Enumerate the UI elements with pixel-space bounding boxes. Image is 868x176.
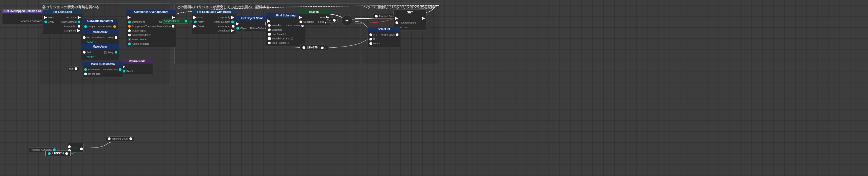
branch-exec-in[interactable] <box>299 16 302 19</box>
coa-component[interactable] <box>128 21 131 23</box>
ma2-self[interactable] <box>83 51 86 54</box>
sel-return[interactable] <box>396 33 399 36</box>
bpl-label: BodyPartsList <box>164 20 179 23</box>
fs-label: Find Substring <box>276 14 296 17</box>
ma1-array[interactable] <box>115 36 117 39</box>
loop-body-pin[interactable] <box>78 16 81 19</box>
sel-a[interactable] <box>369 33 372 36</box>
lb-label: LENGTH <box>52 152 64 155</box>
res-bottom-node[interactable]: Res <box>67 66 79 71</box>
coa-exec-in[interactable] <box>127 16 131 19</box>
gon-object[interactable] <box>237 27 239 30</box>
array-in-pin[interactable] <box>44 21 47 23</box>
fs-use-case[interactable] <box>268 33 271 36</box>
branch-cond[interactable] <box>300 21 302 23</box>
sel-pick[interactable] <box>369 42 372 45</box>
coa-actor-filter[interactable] <box>128 34 131 36</box>
feb-element[interactable] <box>231 21 234 23</box>
feb-index[interactable] <box>232 25 235 28</box>
blueprint-canvas: 各コリジョンの衝突の有無を調べる どの部所のコリジョンが衝突しているのか調べ、記… <box>0 0 868 176</box>
fs-substring[interactable] <box>268 29 271 31</box>
exec-in-pin[interactable] <box>44 16 47 19</box>
get-overlapped-label: Get Overlapped Collision Count <box>4 9 46 12</box>
eq-label: == <box>73 146 78 150</box>
make-array-2-node[interactable]: Make Array Self [0] Array Add pin + <box>81 44 119 60</box>
branch-node[interactable]: Branch True Condition False <box>298 9 331 26</box>
get-overlapped-node[interactable]: Get Overlapped Collision Count Attached … <box>2 9 48 25</box>
tcb-in[interactable] <box>108 137 111 140</box>
add-node[interactable]: + <box>341 15 352 26</box>
res-top-label: Res <box>327 19 331 22</box>
bpl-out[interactable] <box>185 20 187 23</box>
gon-exec-in[interactable] <box>236 22 239 26</box>
set-label: SET <box>407 11 413 14</box>
make-sresult-node[interactable]: Make SResultData Body Parts SResult Data… <box>82 62 123 77</box>
for-each-label: For Each Loop <box>53 10 72 13</box>
make-array-2-label: Make Array <box>93 45 107 48</box>
tc-in[interactable] <box>375 15 378 17</box>
component-overlap-node[interactable]: ComponentOverlapActors Component Out Act… <box>126 9 176 47</box>
length-icon-node[interactable]: D² <box>319 46 329 50</box>
feb-loop-body[interactable] <box>231 16 235 19</box>
select-int-node[interactable]: Select Int A 1 Return Value B 0 Pick A <box>368 27 400 47</box>
gon-label: Get Object Name <box>241 17 264 20</box>
return-node[interactable]: Return Node Result <box>121 59 154 75</box>
make-array-1-node[interactable]: Make Array [0] WorldStatic Array Add pin… <box>81 30 119 45</box>
coa-return[interactable] <box>172 25 175 28</box>
coa-transform[interactable] <box>128 25 131 28</box>
coa-label: ComponentOverlapActors <box>134 10 168 13</box>
res-b-out[interactable] <box>74 67 78 70</box>
get-object-name-node[interactable]: Get Object Name Object Return Value <box>235 16 270 32</box>
branch-label: Branch <box>309 10 319 13</box>
res-top-node[interactable]: Res <box>325 18 338 23</box>
length-bottom-node[interactable]: LENGTH <box>45 150 71 156</box>
feb-completed[interactable] <box>230 29 234 32</box>
lb-out[interactable] <box>65 152 68 155</box>
touched-count-bottom-node[interactable]: Touched Count <box>106 136 134 141</box>
for-each-break-node[interactable]: For Each Loop with Break Exec Loop Body … <box>192 9 236 34</box>
ma2-array[interactable] <box>115 51 117 54</box>
fs-start-pos[interactable] <box>268 42 271 44</box>
gwt-return[interactable] <box>113 25 116 28</box>
tcb-out[interactable] <box>129 137 132 140</box>
return-label: Return Node <box>129 60 145 63</box>
msr-label: Make SResultData <box>91 62 115 65</box>
msr-on-bed[interactable] <box>84 73 87 75</box>
eq-a[interactable] <box>68 145 71 148</box>
tcb-label: Touched Count <box>112 137 128 140</box>
gwt-label: GetWorldTransform <box>87 20 113 23</box>
fs-search-in[interactable] <box>268 24 271 27</box>
coa-obj-types[interactable] <box>128 29 131 32</box>
gwt-target-in[interactable] <box>84 25 87 28</box>
feb-array[interactable] <box>194 21 197 23</box>
array-element-pin[interactable] <box>78 21 80 23</box>
msr-body-parts[interactable] <box>84 68 87 71</box>
lic-in[interactable] <box>321 46 323 49</box>
res-out[interactable] <box>333 19 336 22</box>
ma1-0[interactable] <box>83 36 86 39</box>
set-exec-in[interactable] <box>395 17 398 20</box>
add-label: + <box>345 17 348 24</box>
feb-break[interactable] <box>193 25 197 28</box>
make-array-1-label: Make Array <box>93 30 107 33</box>
feb-exec-in[interactable] <box>193 16 197 19</box>
length-top-in[interactable] <box>303 46 305 49</box>
eq-out[interactable] <box>80 147 83 150</box>
completed-pin[interactable] <box>77 29 80 32</box>
length-top-label: LENGTH <box>307 46 318 49</box>
array-index-pin[interactable] <box>78 25 80 28</box>
lb-in[interactable] <box>48 152 51 155</box>
msr-out[interactable] <box>119 68 122 71</box>
feb-label: For Each Loop with Break <box>197 10 230 13</box>
fs-exec-in[interactable] <box>268 20 271 23</box>
set-exec-out[interactable] <box>422 17 425 20</box>
select-label: Select Int <box>378 28 390 31</box>
res-bottom-label: Res <box>69 67 73 70</box>
coa-ignore[interactable] <box>128 42 131 45</box>
body-parts-list-node[interactable]: BodyPartsList <box>162 19 189 24</box>
fs-search-end[interactable] <box>268 37 271 40</box>
set-value[interactable] <box>396 21 398 24</box>
get-world-transform-node[interactable]: GetWorldTransform Target Return Value <box>82 19 118 30</box>
sel-b[interactable] <box>369 38 372 40</box>
for-each-loop-node[interactable]: For Each Loop Exec Loop Body Array Array… <box>42 9 82 34</box>
